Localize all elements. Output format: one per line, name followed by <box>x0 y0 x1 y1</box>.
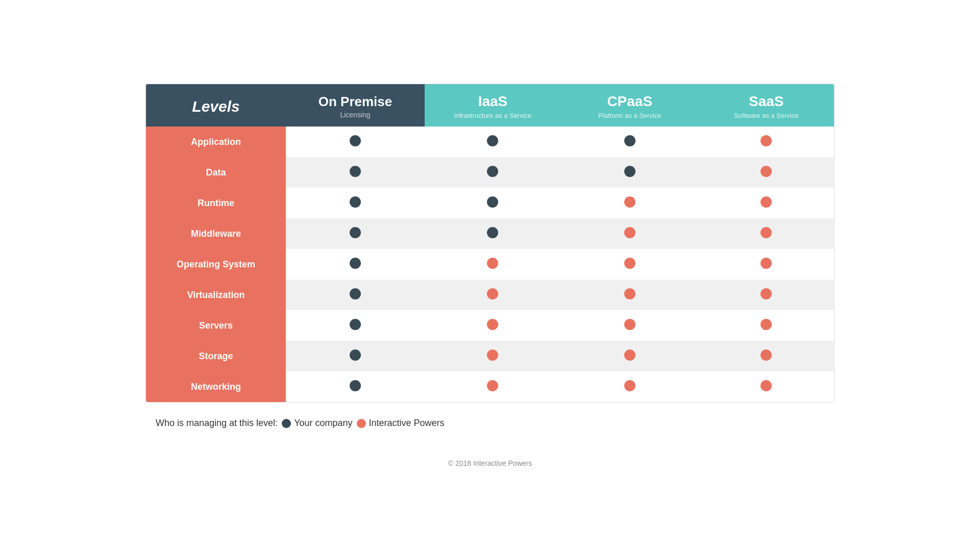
onpremise-subtitle: Licensing <box>291 111 420 119</box>
dot-interactive-powers <box>624 349 635 361</box>
table-row: Networking <box>146 371 834 402</box>
dot-interactive-powers <box>761 380 772 391</box>
row-cell <box>286 218 425 249</box>
saas-subtitle: Software as a Service <box>703 112 829 119</box>
cpaas-subtitle: Platform as a Service <box>566 112 693 119</box>
iaas-subtitle: Infrastructure as a Service <box>430 112 556 119</box>
legend-dot-coral <box>357 419 366 428</box>
row-cell <box>698 310 834 341</box>
row-cell <box>286 127 425 157</box>
dot-your-company <box>350 319 361 330</box>
iaas-header: IaaS Infrastructure as a Service <box>425 84 561 127</box>
dot-interactive-powers <box>624 319 635 330</box>
row-cell <box>286 310 425 341</box>
comparison-table-container: Levels On Premise Licensing IaaS Infrast… <box>145 84 835 403</box>
row-label: Servers <box>146 310 286 341</box>
legend-interactive-powers: Interactive Powers <box>357 418 445 429</box>
row-label: Operating System <box>146 249 286 280</box>
dot-your-company <box>350 227 361 238</box>
table-row: Middleware <box>146 218 834 249</box>
table-row: Application <box>146 127 834 157</box>
table-row: Servers <box>146 310 834 341</box>
dot-interactive-powers <box>487 288 498 299</box>
dot-interactive-powers <box>761 196 772 208</box>
row-label: Storage <box>146 341 286 371</box>
dot-your-company <box>350 166 361 177</box>
dot-interactive-powers <box>761 288 772 299</box>
row-cell <box>425 218 561 249</box>
dot-interactive-powers <box>761 227 772 238</box>
legend-interactive-powers-label: Interactive Powers <box>369 418 445 429</box>
saas-header: SaaS Software as a Service <box>698 84 834 127</box>
dot-your-company <box>624 166 635 177</box>
row-cell <box>698 188 834 218</box>
dot-your-company <box>350 135 361 146</box>
legend: Who is managing at this level: Your comp… <box>145 418 835 429</box>
row-label: Networking <box>146 371 286 402</box>
dot-interactive-powers <box>487 319 498 330</box>
onpremise-header: On Premise Licensing <box>286 84 425 127</box>
header-row: Levels On Premise Licensing IaaS Infrast… <box>146 84 834 127</box>
row-cell <box>425 341 561 371</box>
dot-interactive-powers <box>761 135 772 146</box>
row-cell <box>561 249 698 280</box>
row-label: Virtualization <box>146 280 286 310</box>
table-body: ApplicationDataRuntimeMiddlewareOperatin… <box>146 127 834 402</box>
row-cell <box>698 249 834 280</box>
onpremise-title: On Premise <box>291 94 420 110</box>
table-row: Virtualization <box>146 280 834 310</box>
copyright-text: © 2018 Interactive Powers <box>448 459 532 467</box>
dot-interactive-powers <box>761 319 772 330</box>
row-cell <box>698 371 834 402</box>
dot-interactive-powers <box>624 258 635 269</box>
page-wrapper: Levels On Premise Licensing IaaS Infrast… <box>145 84 835 467</box>
row-cell <box>425 157 561 188</box>
table-row: Runtime <box>146 188 834 218</box>
row-cell <box>286 249 425 280</box>
iaas-title: IaaS <box>430 93 556 110</box>
row-cell <box>698 157 834 188</box>
row-cell <box>561 341 698 371</box>
dot-interactive-powers <box>624 227 635 238</box>
row-cell <box>425 127 561 157</box>
cpaas-title: CPaaS <box>566 93 693 110</box>
row-cell <box>425 280 561 310</box>
footer: © 2018 Interactive Powers <box>448 459 532 467</box>
table-row: Operating System <box>146 249 834 280</box>
levels-header: Levels <box>146 84 286 127</box>
dot-interactive-powers <box>487 258 498 269</box>
legend-your-company: Your company <box>282 418 352 429</box>
legend-your-company-label: Your company <box>294 418 352 429</box>
row-cell <box>286 188 425 218</box>
row-cell <box>561 127 698 157</box>
row-label: Application <box>146 127 286 157</box>
dot-your-company <box>350 258 361 269</box>
comparison-table: Levels On Premise Licensing IaaS Infrast… <box>146 84 834 402</box>
dot-your-company <box>350 380 361 391</box>
row-cell <box>561 280 698 310</box>
row-cell <box>698 127 834 157</box>
row-cell <box>425 188 561 218</box>
dot-your-company <box>487 196 498 208</box>
levels-label: Levels <box>192 98 239 115</box>
row-cell <box>698 218 834 249</box>
dot-interactive-powers <box>624 288 635 299</box>
dot-your-company <box>624 135 635 146</box>
row-cell <box>286 280 425 310</box>
dot-interactive-powers <box>487 380 498 391</box>
saas-title: SaaS <box>703 93 829 110</box>
dot-interactive-powers <box>761 349 772 361</box>
row-cell <box>425 310 561 341</box>
legend-dot-dark <box>282 419 291 428</box>
row-cell <box>561 157 698 188</box>
row-label: Data <box>146 157 286 188</box>
row-cell <box>286 341 425 371</box>
dot-your-company <box>350 288 361 299</box>
dot-interactive-powers <box>624 380 635 391</box>
dot-your-company <box>350 349 361 361</box>
row-cell <box>425 371 561 402</box>
dot-your-company <box>487 166 498 177</box>
dot-interactive-powers <box>487 349 498 361</box>
cpaas-header: CPaaS Platform as a Service <box>561 84 698 127</box>
row-label: Middleware <box>146 218 286 249</box>
